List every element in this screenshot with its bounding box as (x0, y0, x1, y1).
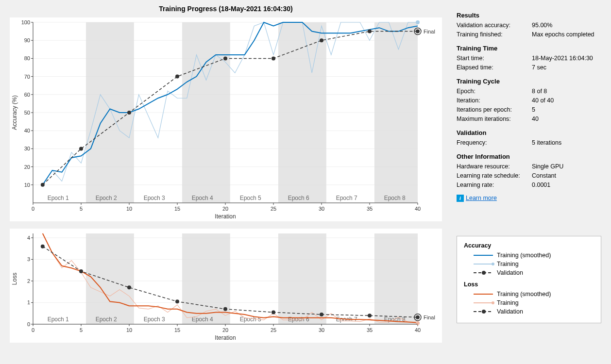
svg-point-69 (272, 56, 275, 60)
svg-text:Epoch 4: Epoch 4 (192, 195, 213, 201)
svg-point-68 (223, 56, 227, 60)
elapsed-value: 7 sec (532, 64, 601, 71)
svg-point-71 (368, 30, 372, 33)
svg-point-130 (41, 245, 45, 248)
svg-text:Epoch 3: Epoch 3 (144, 316, 165, 323)
svg-text:Epoch 2: Epoch 2 (96, 316, 117, 323)
svg-text:Epoch 5: Epoch 5 (240, 195, 261, 201)
svg-text:0: 0 (32, 206, 34, 212)
other-head: Other Information (457, 153, 601, 160)
svg-point-137 (368, 314, 372, 317)
svg-text:Epoch 8: Epoch 8 (384, 195, 406, 201)
svg-text:50: 50 (24, 110, 30, 116)
svg-point-67 (175, 75, 179, 79)
svg-rect-87 (326, 233, 374, 324)
svg-text:Loss: Loss (11, 273, 18, 285)
legend-line-dash (474, 272, 493, 273)
svg-text:1: 1 (27, 299, 30, 305)
svg-text:40: 40 (24, 128, 30, 133)
legend-box: Accuracy Training (smoothed) Training Va… (457, 236, 601, 323)
results-head: Results (457, 12, 601, 19)
elapsed-label: Elapsed time: (457, 64, 532, 71)
svg-text:0: 0 (32, 327, 34, 333)
svg-rect-85 (230, 233, 278, 324)
svg-point-133 (175, 299, 179, 303)
svg-text:0: 0 (27, 321, 30, 327)
finished-label: Training finished: (457, 31, 532, 38)
svg-rect-88 (374, 233, 418, 324)
legend-loss-head: Loss (464, 281, 594, 288)
svg-point-74 (416, 30, 420, 33)
legend-acc-head: Accuracy (464, 242, 594, 249)
svg-text:30: 30 (24, 146, 30, 151)
svg-text:10: 10 (126, 327, 132, 333)
svg-text:15: 15 (174, 206, 180, 212)
svg-rect-86 (278, 233, 326, 324)
svg-text:20: 20 (222, 327, 228, 333)
hw-label: Hardware resource: (457, 163, 532, 170)
svg-point-135 (272, 311, 275, 314)
epoch-label: Epoch: (457, 88, 532, 95)
legend-line-lightorange (474, 302, 493, 303)
svg-text:Epoch 1: Epoch 1 (48, 195, 69, 201)
accuracy-chart: 1020304050607080901000510152025303540Epo… (10, 17, 442, 221)
svg-text:20: 20 (24, 164, 30, 170)
svg-text:10: 10 (126, 206, 132, 212)
start-label: Start time: (457, 55, 532, 62)
svg-text:25: 25 (271, 206, 276, 212)
start-value: 18-May-2021 16:04:30 (532, 55, 601, 62)
legend-train-smooth: Training (smoothed) (497, 252, 551, 259)
svg-text:40: 40 (415, 327, 421, 333)
svg-text:5: 5 (80, 327, 83, 333)
freq-value: 5 iterations (532, 139, 601, 146)
svg-text:40: 40 (415, 206, 421, 212)
svg-point-64 (41, 183, 45, 187)
hw-value: Single GPU (532, 163, 601, 170)
svg-rect-84 (182, 233, 230, 324)
svg-text:Epoch 6: Epoch 6 (288, 195, 309, 201)
chart-title: Training Progress (18-May-2021 16:04:30) (10, 5, 442, 13)
svg-text:35: 35 (367, 327, 373, 333)
lrs-value: Constant (532, 172, 601, 179)
valacc-value: 95.00% (532, 22, 601, 29)
lr-value: 0.0001 (532, 182, 601, 188)
svg-rect-83 (134, 233, 182, 324)
svg-point-134 (223, 307, 227, 311)
lrs-label: Learning rate schedule: (457, 172, 532, 179)
legend-loss-validation: Validation (497, 308, 523, 315)
svg-text:15: 15 (174, 327, 180, 333)
info-icon: i (457, 195, 464, 202)
legend-line-lightblue (474, 264, 493, 265)
svg-point-70 (320, 38, 323, 42)
epoch-value: 8 of 8 (532, 88, 601, 95)
valacc-label: Validation accuracy: (457, 22, 532, 29)
ipe-label: Iterations per epoch: (457, 106, 532, 113)
svg-text:4: 4 (27, 235, 30, 241)
svg-text:Iteration: Iteration (215, 334, 236, 341)
iter-label: Iteration: (457, 97, 532, 104)
svg-point-66 (127, 111, 131, 115)
svg-text:90: 90 (24, 37, 30, 43)
svg-text:Final: Final (424, 314, 435, 320)
svg-point-132 (127, 285, 131, 289)
legend-line-dash-loss (474, 311, 493, 312)
svg-text:Epoch 1: Epoch 1 (48, 316, 69, 323)
cycle-head: Training Cycle (457, 78, 601, 85)
legend-loss-train-smooth: Training (smoothed) (497, 291, 551, 298)
maxit-value: 40 (532, 116, 601, 122)
svg-text:3: 3 (27, 256, 30, 262)
validation-head: Validation (457, 129, 601, 136)
svg-text:20: 20 (222, 206, 228, 212)
svg-point-142 (416, 321, 420, 325)
freq-label: Frequency: (457, 139, 532, 146)
time-head: Training Time (457, 45, 601, 52)
svg-text:10: 10 (24, 182, 30, 188)
svg-text:25: 25 (271, 327, 276, 333)
legend-line-blue (474, 255, 493, 256)
learn-more-link[interactable]: Learn more (466, 195, 497, 201)
svg-text:Epoch 7: Epoch 7 (336, 195, 357, 201)
ipe-value: 5 (532, 106, 601, 113)
svg-text:70: 70 (24, 74, 30, 80)
svg-point-140 (416, 315, 420, 319)
svg-text:35: 35 (367, 206, 373, 212)
